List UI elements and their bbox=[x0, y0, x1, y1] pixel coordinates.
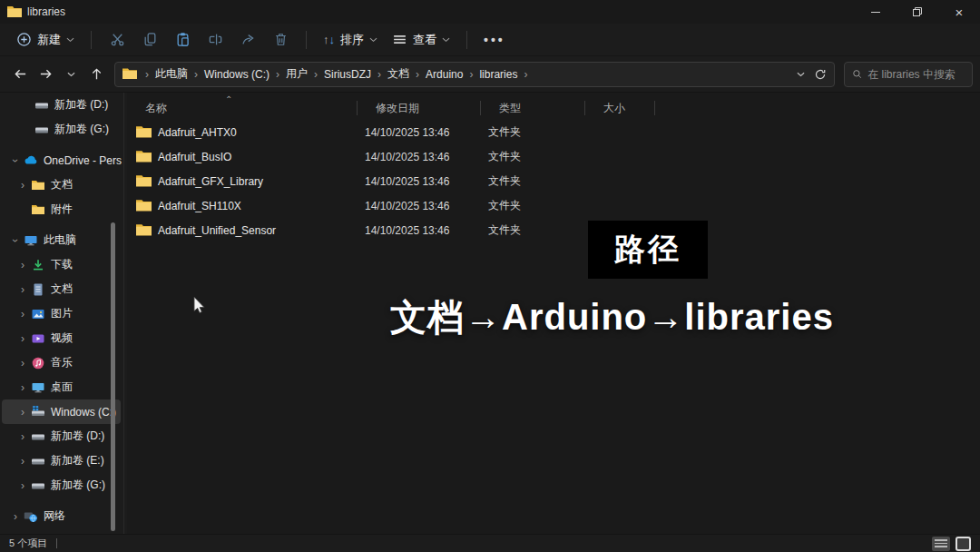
copy-button[interactable] bbox=[133, 27, 166, 53]
minimize-icon bbox=[871, 12, 880, 13]
column-header-date[interactable]: 修改日期 bbox=[358, 96, 481, 120]
chevron-right-icon: › bbox=[16, 308, 29, 320]
status-divider bbox=[56, 538, 57, 548]
sort-ascending-icon: ⌃ bbox=[225, 94, 232, 104]
annotation-label: 路径 bbox=[614, 229, 681, 271]
search-input[interactable] bbox=[867, 68, 965, 81]
search-icon bbox=[852, 68, 862, 80]
chevron-down-icon bbox=[66, 37, 74, 43]
column-header-type[interactable]: 类型 bbox=[481, 96, 585, 120]
up-button[interactable] bbox=[83, 62, 109, 87]
sidebar-item-documents[interactable]: ›文档 bbox=[2, 277, 121, 301]
onedrive-cloud-icon bbox=[24, 153, 38, 168]
sidebar-item-desktop[interactable]: ›桌面 bbox=[2, 375, 121, 399]
breadcrumb-siriusdzj[interactable]: SiriusDZJ bbox=[320, 66, 375, 83]
sidebar-item-new-volume-g2[interactable]: ›新加卷 (G:) bbox=[2, 473, 121, 498]
folder-icon bbox=[136, 150, 152, 163]
drive-icon bbox=[31, 429, 45, 444]
refresh-icon[interactable] bbox=[814, 68, 827, 81]
chevron-right-icon: › bbox=[16, 430, 29, 443]
share-button[interactable] bbox=[231, 27, 264, 53]
recent-locations-button[interactable] bbox=[58, 62, 83, 87]
cut-button[interactable] bbox=[101, 27, 133, 53]
file-row[interactable]: Adafruit_Unified_Sensor 14/10/2025 13:46… bbox=[127, 218, 980, 242]
restore-button[interactable] bbox=[897, 0, 938, 24]
breadcrumb-this-pc[interactable]: 此电脑 bbox=[152, 64, 191, 84]
search-box[interactable] bbox=[844, 62, 973, 87]
sidebar-item-network[interactable]: ›网络 bbox=[2, 504, 121, 528]
large-icons-view-button[interactable] bbox=[956, 537, 971, 551]
paste-button[interactable] bbox=[166, 27, 199, 53]
paste-icon bbox=[175, 32, 191, 47]
file-row[interactable]: Adafruit_AHTX0 14/10/2025 13:46 文件夹 bbox=[127, 120, 980, 144]
column-header-size[interactable]: 大小 bbox=[585, 96, 655, 120]
forward-button[interactable] bbox=[33, 62, 58, 87]
sidebar-item-this-pc[interactable]: ›此电脑 bbox=[2, 228, 121, 252]
delete-button[interactable] bbox=[264, 27, 297, 53]
toolbar-divider bbox=[91, 31, 92, 49]
chevron-right-icon: › bbox=[16, 332, 29, 345]
drive-icon bbox=[34, 98, 49, 113]
rename-button[interactable] bbox=[199, 27, 231, 53]
chevron-down-icon: › bbox=[9, 234, 22, 247]
file-explorer-window: libraries × 新建 ↑↓ 排序 查看 bbox=[0, 0, 980, 552]
minimize-button[interactable] bbox=[855, 0, 897, 24]
sidebar-item-attachments[interactable]: ›附件 bbox=[2, 197, 121, 222]
sidebar-item-windows-c[interactable]: ›Windows (C:) bbox=[2, 399, 121, 424]
plus-circle-icon bbox=[16, 32, 32, 47]
breadcrumb-users[interactable]: 用户 bbox=[282, 64, 311, 84]
breadcrumb-arduino[interactable]: Arduino bbox=[422, 66, 466, 83]
annotation-path-text: 文档→Arduino→libraries bbox=[390, 292, 916, 342]
sidebar-item-pictures[interactable]: ›图片 bbox=[2, 301, 121, 326]
address-dropdown-icon[interactable] bbox=[797, 72, 805, 77]
chevron-down-icon bbox=[442, 37, 450, 43]
chevron-right-icon: › bbox=[16, 406, 29, 419]
breadcrumb-windows-c[interactable]: Windows (C:) bbox=[201, 66, 273, 83]
breadcrumb-libraries[interactable]: libraries bbox=[475, 66, 521, 83]
arrow-left-icon bbox=[14, 67, 27, 81]
copy-icon bbox=[142, 32, 158, 47]
sort-arrows-icon: ↑↓ bbox=[323, 33, 335, 46]
file-row[interactable]: Adafruit_SH110X 14/10/2025 13:46 文件夹 bbox=[127, 193, 980, 218]
computer-icon bbox=[24, 233, 38, 248]
address-bar[interactable]: › 此电脑 › Windows (C:) › 用户 › SiriusDZJ › … bbox=[114, 62, 835, 87]
sort-button-label: 排序 bbox=[340, 32, 364, 48]
sidebar-item-new-volume-e[interactable]: ›新加卷 (E:) bbox=[2, 448, 121, 473]
breadcrumb-documents[interactable]: 文档 bbox=[384, 64, 413, 84]
arrow-up-icon bbox=[90, 67, 103, 81]
close-icon: × bbox=[956, 5, 964, 20]
chevron-right-icon: › bbox=[191, 68, 201, 81]
chevron-right-icon: › bbox=[375, 68, 384, 81]
back-button[interactable] bbox=[7, 62, 33, 87]
column-header-name[interactable]: 名称⌃ bbox=[127, 96, 358, 120]
desktop-icon bbox=[31, 380, 45, 395]
sidebar-item-downloads[interactable]: ›下载 bbox=[2, 252, 121, 277]
restore-icon bbox=[912, 6, 923, 17]
sidebar-item-onedrive[interactable]: ›OneDrive - Pers bbox=[2, 148, 121, 172]
pane-divider[interactable] bbox=[123, 93, 124, 534]
new-button[interactable]: 新建 bbox=[9, 27, 82, 53]
file-row[interactable]: Adafruit_BusIO 14/10/2025 13:46 文件夹 bbox=[127, 144, 980, 169]
sidebar-item-music[interactable]: ›音乐 bbox=[2, 350, 121, 375]
sidebar-item-new-volume-d2[interactable]: ›新加卷 (D:) bbox=[2, 424, 121, 448]
sidebar-item-new-volume-g[interactable]: 新加卷 (G:) bbox=[2, 117, 121, 142]
sidebar-item-videos[interactable]: ›视频 bbox=[2, 326, 121, 350]
chevron-right-icon: › bbox=[16, 455, 29, 468]
sidebar-item-new-volume-d[interactable]: 新加卷 (D:) bbox=[2, 93, 121, 117]
toolbar-divider bbox=[306, 31, 307, 49]
status-bar: 5 个项目 bbox=[0, 534, 980, 552]
sidebar-scrollbar[interactable] bbox=[111, 222, 115, 531]
download-icon bbox=[31, 258, 45, 272]
view-button[interactable]: 查看 bbox=[385, 27, 457, 53]
file-row[interactable]: Adafruit_GFX_Library 14/10/2025 13:46 文件… bbox=[127, 169, 980, 193]
close-button[interactable]: × bbox=[938, 0, 980, 24]
arrow-right-icon bbox=[39, 67, 53, 81]
sort-button[interactable]: ↑↓ 排序 bbox=[316, 27, 385, 53]
details-view-button[interactable] bbox=[932, 537, 950, 551]
chevron-right-icon: › bbox=[16, 259, 29, 271]
command-bar: 新建 ↑↓ 排序 查看 ••• bbox=[0, 24, 980, 56]
folder-icon bbox=[136, 199, 152, 212]
more-options-button[interactable]: ••• bbox=[476, 33, 513, 47]
sidebar-item-onedrive-documents[interactable]: ›文档 bbox=[2, 172, 121, 197]
windows-drive-icon bbox=[31, 405, 45, 419]
